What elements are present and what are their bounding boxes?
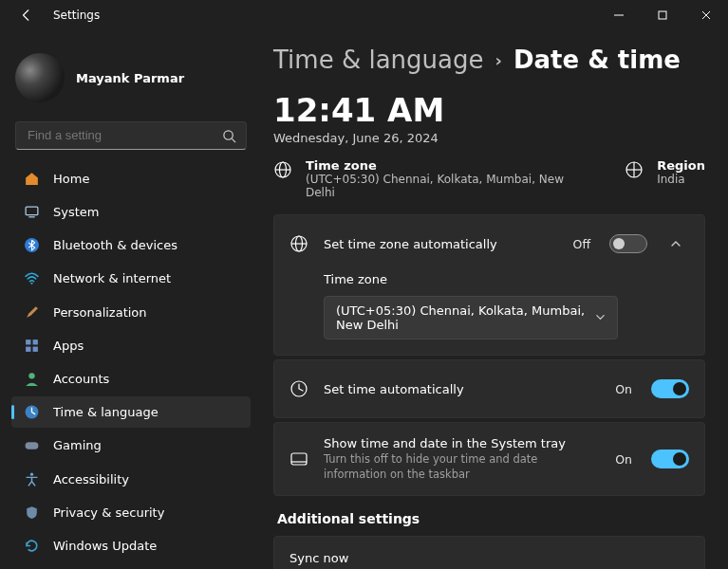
- breadcrumb-current: Date & time: [513, 46, 681, 74]
- svg-rect-4: [26, 207, 38, 215]
- svg-point-12: [28, 373, 34, 378]
- current-date: Wednesday, June 26, 2024: [273, 131, 705, 145]
- svg-rect-14: [25, 443, 38, 450]
- sidebar-item-apps[interactable]: Apps: [11, 330, 251, 361]
- clock-globe-icon: [23, 404, 40, 421]
- back-button[interactable]: [15, 9, 38, 22]
- brush-icon: [23, 303, 40, 321]
- wifi-icon: [23, 270, 40, 287]
- sidebar-item-system[interactable]: System: [11, 196, 251, 228]
- breadcrumb: Time & language › Date & time: [273, 46, 705, 74]
- sidebar-item-label: Accessibility: [53, 472, 129, 486]
- setting-description: Turn this off to hide your time and date…: [324, 452, 600, 482]
- sidebar-item-label: Windows Update: [53, 539, 157, 553]
- nav: Home System Bluetooth & devices Network …: [11, 163, 251, 561]
- svg-rect-10: [26, 346, 30, 351]
- toggle-state: Off: [573, 237, 590, 251]
- sidebar-item-label: Network & internet: [53, 271, 171, 285]
- window-title: Settings: [53, 9, 100, 22]
- sidebar-item-label: Gaming: [53, 438, 102, 452]
- setting-auto-timezone: Set time zone automatically Off Time zon…: [273, 214, 705, 356]
- minimize-button[interactable]: [597, 0, 641, 30]
- maximize-button[interactable]: [641, 0, 684, 30]
- info-title: Time zone: [306, 158, 587, 173]
- chevron-down-icon: [595, 311, 606, 325]
- info-value: (UTC+05:30) Chennai, Kolkata, Mumbai, Ne…: [306, 173, 587, 199]
- shield-icon: [23, 504, 40, 521]
- sidebar-item-label: Time & language: [53, 405, 159, 419]
- setting-label: Sync now: [289, 551, 689, 565]
- search-input[interactable]: [16, 122, 246, 149]
- setting-label: Show time and date in the System tray: [324, 436, 600, 450]
- setting-label: Set time zone automatically: [324, 237, 558, 251]
- sidebar-item-label: Personalization: [53, 305, 147, 320]
- globe-icon: [625, 160, 644, 179]
- clock-icon: [289, 379, 308, 398]
- gamepad-icon: [23, 437, 40, 454]
- globe-icon: [273, 160, 292, 179]
- sidebar-item-label: Accounts: [53, 372, 109, 386]
- sidebar-item-update[interactable]: Windows Update: [11, 530, 251, 561]
- svg-rect-8: [26, 340, 30, 344]
- chevron-right-icon: ›: [495, 50, 501, 70]
- timezone-subpanel: Time zone (UTC+05:30) Chennai, Kolkata, …: [274, 272, 704, 355]
- info-timezone: Time zone (UTC+05:30) Chennai, Kolkata, …: [273, 158, 587, 199]
- svg-point-7: [30, 283, 32, 284]
- sidebar-item-time[interactable]: Time & language: [11, 396, 251, 428]
- sidebar-item-network[interactable]: Network & internet: [11, 263, 251, 294]
- sidebar: Mayank Parmar Home System Bluetooth & de…: [0, 30, 258, 569]
- auto-time-toggle[interactable]: [651, 379, 689, 398]
- timezone-label: Time zone: [324, 272, 689, 286]
- svg-rect-9: [32, 340, 37, 344]
- bluetooth-icon: [23, 237, 40, 254]
- sidebar-item-bluetooth[interactable]: Bluetooth & devices: [11, 229, 251, 261]
- sidebar-item-label: Privacy & security: [53, 505, 164, 520]
- search-icon: [222, 129, 236, 146]
- toggle-state: On: [615, 382, 632, 396]
- sidebar-item-label: System: [53, 205, 99, 219]
- person-icon: [23, 370, 40, 387]
- svg-rect-26: [291, 453, 307, 465]
- sidebar-item-label: Bluetooth & devices: [53, 238, 177, 252]
- profile-name: Mayank Parmar: [76, 71, 184, 85]
- sidebar-item-label: Home: [53, 172, 89, 186]
- timezone-dropdown[interactable]: (UTC+05:30) Chennai, Kolkata, Mumbai, Ne…: [324, 296, 618, 340]
- sidebar-item-home[interactable]: Home: [11, 163, 251, 194]
- setting-sync-now[interactable]: Sync now: [273, 536, 705, 569]
- info-title: Region: [657, 158, 705, 173]
- collapse-button[interactable]: [663, 230, 689, 257]
- info-value: India: [657, 173, 705, 186]
- breadcrumb-parent[interactable]: Time & language: [273, 46, 483, 74]
- window-controls: [597, 0, 728, 30]
- sidebar-item-gaming[interactable]: Gaming: [11, 430, 251, 461]
- sidebar-item-label: Apps: [53, 339, 84, 353]
- sidebar-item-personalization[interactable]: Personalization: [11, 297, 251, 328]
- close-button[interactable]: [684, 0, 728, 30]
- system-icon: [23, 204, 40, 221]
- accessibility-icon: [23, 470, 40, 487]
- svg-point-2: [224, 131, 233, 139]
- svg-line-3: [232, 138, 235, 142]
- setting-label: Set time automatically: [324, 382, 600, 396]
- home-icon: [23, 170, 40, 187]
- search-box[interactable]: [15, 121, 247, 150]
- titlebar: Settings: [0, 0, 728, 30]
- sidebar-item-accessibility[interactable]: Accessibility: [11, 463, 251, 494]
- setting-auto-time: Set time automatically On: [273, 359, 705, 418]
- globe-icon: [289, 234, 308, 253]
- systray-toggle[interactable]: [651, 450, 689, 468]
- additional-settings-heading: Additional settings: [277, 511, 705, 526]
- sidebar-item-accounts[interactable]: Accounts: [11, 363, 251, 395]
- auto-timezone-toggle[interactable]: [609, 234, 647, 253]
- profile[interactable]: Mayank Parmar: [11, 42, 251, 121]
- svg-rect-11: [32, 346, 37, 351]
- content: Time & language › Date & time 12:41 AM W…: [258, 30, 728, 569]
- toggle-state: On: [615, 452, 632, 467]
- update-icon: [23, 537, 40, 554]
- avatar: [15, 53, 65, 102]
- svg-rect-1: [659, 11, 666, 19]
- apps-icon: [23, 337, 40, 354]
- current-time: 12:41 AM: [273, 91, 705, 129]
- sidebar-item-privacy[interactable]: Privacy & security: [11, 497, 251, 528]
- setting-systray: Show time and date in the System tray Tu…: [273, 422, 705, 496]
